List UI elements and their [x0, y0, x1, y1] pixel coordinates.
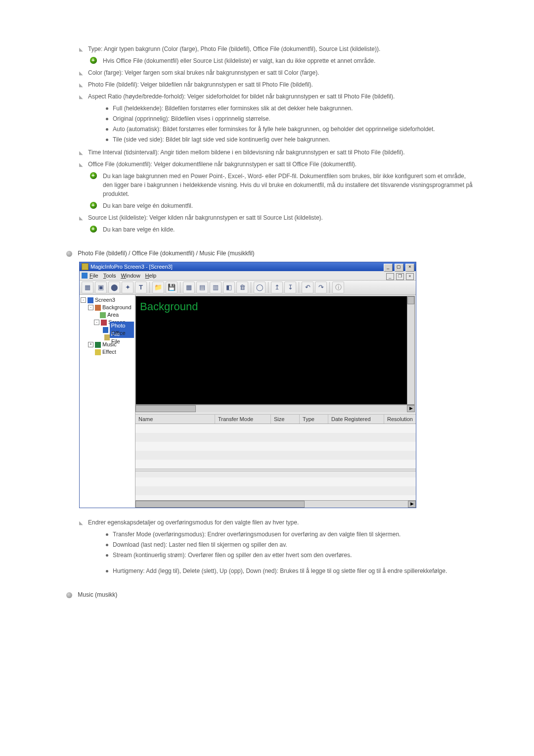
plus-icon	[90, 57, 97, 64]
post-change-text: Endrer egenskapsdetaljer og overføringsm…	[88, 519, 299, 526]
post-change: ◣ Endrer egenskapsdetaljer og overføring…	[79, 518, 475, 575]
mdi-controls: _ ❐ ×	[386, 272, 414, 280]
item-time: ◣ Time Interval (tidsintervall): Angir t…	[79, 148, 475, 157]
col-transfer[interactable]: Transfer Mode	[215, 415, 271, 424]
tool-10[interactable]: ◧	[223, 282, 235, 293]
bullet-icon: ◣	[79, 161, 83, 168]
tree-pane: - Screen3 - Background Area -	[80, 295, 135, 508]
col-date[interactable]: Date Registered	[328, 415, 384, 424]
tool-9[interactable]: ▥	[210, 282, 222, 293]
minimize-button[interactable]: _	[384, 264, 393, 272]
mdi-icon	[82, 273, 88, 279]
scroll-handle[interactable]	[135, 501, 305, 508]
scroll-right-icon[interactable]: ▶	[408, 501, 416, 508]
item-aspect: ◣ Aspect Ratio (høyde/bredde-forhold): V…	[79, 92, 475, 144]
tool-back[interactable]: ↧	[284, 282, 296, 293]
area-icon	[100, 312, 106, 318]
tool-3[interactable]: ⬤	[108, 282, 120, 293]
toolbar-separator	[299, 282, 299, 293]
tool-2[interactable]: ▣	[95, 282, 107, 293]
tool-12[interactable]: ◯	[254, 282, 266, 293]
right-pane: Background ▶ Name Transfer Mode Size Typ…	[135, 295, 416, 508]
tool-text[interactable]: T	[135, 282, 147, 293]
item-office: ◣ Office File (dokumentfil): Velger doku…	[79, 160, 475, 210]
col-resolution[interactable]: Resolution	[384, 415, 416, 424]
tool-1[interactable]: ▦	[82, 282, 93, 293]
note-type-text: Hvis Office File (dokumentfil) eller Sou…	[103, 57, 375, 64]
aspect-full: Full (heldekkende): Bildefilen forstørre…	[106, 104, 475, 113]
post-download: Download (last ned): Laster ned filen ti…	[106, 540, 475, 549]
post-quick-list: Hurtigmeny: Add (legg til), Delete (slet…	[88, 567, 475, 575]
tool-5[interactable]: 📁	[152, 282, 164, 293]
note-office-1: Du kan lage bakgrunnen med en Power Poin…	[88, 172, 475, 198]
item-aspect-text: Aspect Ratio (høyde/bredde-forhold): Vel…	[88, 93, 395, 100]
grid-header: Name Transfer Mode Size Type Date Regist…	[135, 415, 416, 424]
horizontal-scrollbar[interactable]: ▶	[135, 405, 415, 412]
tree-row-effect[interactable]: Effect	[81, 348, 134, 356]
tree-row-area[interactable]: Area	[81, 311, 134, 319]
tree-row-root[interactable]: - Screen3	[81, 296, 134, 304]
mdi-restore-button[interactable]: ❐	[396, 273, 404, 280]
mdi-minimize-button[interactable]: _	[386, 273, 394, 280]
plus-icon	[90, 172, 97, 179]
scroll-handle[interactable]	[407, 296, 414, 304]
tool-undo[interactable]: ↶	[302, 282, 313, 293]
client-area: - Screen3 - Background Area -	[80, 295, 416, 508]
scroll-right-icon[interactable]: ▶	[407, 405, 415, 412]
note-office-2: Du kan bare velge én dokumentfil.	[88, 201, 475, 210]
col-type[interactable]: Type	[300, 415, 328, 424]
grid-horizontal-scrollbar[interactable]: ▶	[135, 500, 416, 508]
collapse-icon[interactable]: -	[94, 320, 99, 325]
menu-help[interactable]: Help	[145, 272, 157, 280]
tool-redo[interactable]: ↷	[315, 282, 327, 293]
grid-body[interactable]	[135, 424, 416, 500]
vertical-scrollbar[interactable]	[407, 296, 414, 404]
col-size[interactable]: Size	[271, 415, 300, 424]
bullet-icon: ◣	[79, 69, 83, 77]
page: ◣ Type: Angir typen bakgrunn (Color (far…	[0, 0, 534, 756]
note-office-1-text: Du kan lage bakgrunnen med en Power Poin…	[103, 173, 473, 197]
collapse-icon[interactable]: -	[88, 305, 93, 310]
aspect-sublist: Full (heldekkende): Bildefilen forstørre…	[88, 104, 475, 144]
post-list: ◣ Endrer egenskapsdetaljer og overføring…	[79, 518, 475, 575]
background-icon	[95, 305, 101, 311]
canvas-label: Background	[140, 300, 198, 313]
toolbar-separator	[268, 282, 268, 293]
tree-row-background[interactable]: - Background	[81, 304, 134, 311]
expand-icon[interactable]: +	[88, 342, 93, 347]
tool-front[interactable]: ↥	[271, 282, 283, 293]
note-office-2-text: Du kan bare velge én dokumentfil.	[103, 202, 193, 209]
plus-icon	[90, 202, 97, 209]
post-sublist: Transfer Mode (overføringsmodus): Endrer…	[88, 530, 475, 560]
app-icon	[82, 263, 89, 270]
maximize-button[interactable]: ▢	[395, 264, 403, 272]
tool-8[interactable]: ▤	[196, 282, 208, 293]
toolbar-separator	[180, 282, 180, 293]
collapse-icon[interactable]: -	[81, 297, 86, 303]
tool-6[interactable]: 💾	[166, 282, 178, 293]
officefile-icon	[104, 334, 110, 340]
mdi-close-button[interactable]: ×	[406, 273, 414, 280]
item-color: ◣ Color (farge): Velger fargen som skal …	[79, 68, 475, 77]
menu-tools[interactable]: Tools	[103, 272, 116, 280]
plus-icon	[90, 226, 97, 233]
window-controls: _ ▢ ×	[383, 262, 414, 272]
post-quickmenu: Hurtigmeny: Add (legg til), Delete (slet…	[106, 567, 475, 575]
help-list: ◣ Type: Angir typen bakgrunn (Color (far…	[79, 45, 475, 234]
tree-row-officefile[interactable]: Office File	[81, 333, 134, 341]
screen-node-icon	[101, 320, 107, 326]
close-button[interactable]: ×	[405, 264, 414, 272]
bullet-icon: ◣	[79, 149, 83, 156]
tool-4[interactable]: ✦	[122, 282, 134, 293]
menu-file[interactable]: FFileile	[89, 272, 98, 280]
scroll-handle[interactable]	[135, 405, 196, 412]
menu-window[interactable]: Window	[121, 272, 140, 280]
sphere-icon	[66, 251, 72, 257]
tool-7[interactable]: ▦	[183, 282, 195, 293]
tool-info[interactable]: ⓘ	[332, 282, 344, 293]
tool-11[interactable]: 🗑	[236, 282, 248, 293]
canvas[interactable]: Background	[135, 296, 415, 405]
col-name[interactable]: Name	[135, 415, 215, 424]
bullet-icon: ◣	[79, 214, 83, 222]
post-transfer: Transfer Mode (overføringsmodus): Endrer…	[106, 530, 475, 539]
